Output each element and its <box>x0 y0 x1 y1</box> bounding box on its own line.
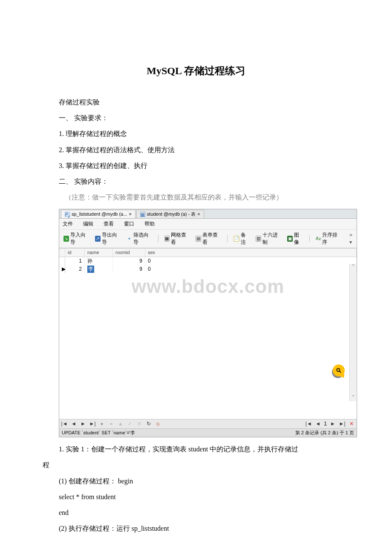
grid-body[interactable]: 1 孙 9 0 ▶ 2 李 9 0 www.bdocx.com <box>59 257 357 419</box>
scroll-track[interactable] <box>350 271 356 394</box>
grid-header: id name roomid sex <box>59 249 357 257</box>
memo-icon: 📄 <box>233 236 239 242</box>
col-roomid[interactable]: roomid <box>113 249 145 257</box>
toolbar-separator <box>309 235 310 242</box>
export-icon: ↗ <box>95 236 101 242</box>
table-icon: ▦ <box>140 212 145 217</box>
svg-point-0 <box>337 368 340 371</box>
first-record-button[interactable]: |◄ <box>61 420 68 428</box>
toolbar: ↘导入向导 ↗导出向导 ▾筛选向导 ▦网格查看 ▤表单查看 📄备注 ▥十六进制 … <box>59 230 357 248</box>
section-heading: 一、 实验要求： <box>43 110 349 125</box>
filter-wizard-button[interactable]: ▾筛选向导 <box>125 231 154 246</box>
last-page-button[interactable]: ►| <box>339 420 346 428</box>
close-icon[interactable]: × <box>129 211 131 217</box>
funnel-icon: ▾ <box>127 236 132 242</box>
last-record-button[interactable]: ►| <box>89 420 96 428</box>
row-indicator-current: ▶ <box>59 265 65 273</box>
close-panel-button[interactable]: ✕ <box>348 420 355 428</box>
col-name[interactable]: name <box>85 249 113 257</box>
next-record-button[interactable]: ► <box>80 420 86 428</box>
apply-button[interactable]: ✓ <box>127 420 133 428</box>
table-row[interactable]: 1 孙 9 0 <box>59 257 357 265</box>
notification-bubble[interactable] <box>333 364 345 376</box>
grid-view-button[interactable]: ▦网格查看 <box>163 231 192 246</box>
edit-record-button[interactable]: ▲ <box>117 420 124 428</box>
tab-label: student @mydb (a) - 表 <box>147 211 196 217</box>
form-view-button[interactable]: ▤表单查看 <box>194 231 223 246</box>
menu-file[interactable]: 文件 <box>63 220 73 228</box>
tab-sp-liststudent[interactable]: P() sp_liststudent @mydb (a... × <box>61 210 135 218</box>
menu-view[interactable]: 查看 <box>104 220 114 228</box>
toolbar-separator <box>227 235 228 242</box>
tab-label: sp_liststudent @mydb (a... <box>72 211 127 217</box>
stop-button[interactable]: ⦸ <box>155 420 161 428</box>
import-wizard-button[interactable]: ↘导入向导 <box>62 231 91 246</box>
step-label: (1) 创建存储过程： begin <box>43 474 349 489</box>
cell-id[interactable]: 2 <box>65 265 85 273</box>
toolbar-separator <box>158 235 159 242</box>
procedure-icon: P() <box>65 212 70 217</box>
memo-button[interactable]: 📄备注 <box>232 231 251 246</box>
first-page-button[interactable]: |◄ <box>305 420 312 428</box>
navicat-window: P() sp_liststudent @mydb (a... × ▦ stude… <box>59 209 357 437</box>
note-text: （注意：做一下实验需要首先建立数据及其相应的表，并输入一些记录） <box>43 190 349 205</box>
experiment-step-cont: 程 <box>43 457 349 472</box>
vertical-scrollbar[interactable]: ˄ ˅ <box>349 264 356 401</box>
status-record-info: 第 2 条记录 (共 2 条) 于 1 页 <box>257 430 354 436</box>
experiment-step: 1. 实验 1：创建一个存储过程，实现查询表 student 中的记录信息，并执… <box>43 442 349 457</box>
prev-record-button[interactable]: ◄ <box>70 420 77 428</box>
hex-icon: ▥ <box>256 236 261 242</box>
row-indicator <box>59 257 65 265</box>
import-icon: ↘ <box>63 236 69 242</box>
tab-bar: P() sp_liststudent @mydb (a... × ▦ stude… <box>59 209 357 219</box>
prev-page-button[interactable]: ◄ <box>314 420 321 428</box>
table-row[interactable]: ▶ 2 李 9 0 <box>59 265 357 273</box>
cell-roomid[interactable]: 9 <box>113 265 145 273</box>
cancel-button[interactable]: ✕ <box>136 420 143 428</box>
delete-record-button[interactable]: － <box>108 420 115 428</box>
selected-cell[interactable]: 李 <box>87 266 94 273</box>
menu-help[interactable]: 帮助 <box>144 220 155 228</box>
svg-line-1 <box>340 371 341 373</box>
add-record-button[interactable]: ＋ <box>98 420 105 428</box>
watermark-text: www.bdocx.com <box>59 273 357 300</box>
sort-asc-button[interactable]: Aᴢ升序排序 <box>314 231 343 246</box>
cell-name[interactable]: 李 <box>85 265 113 273</box>
embedded-screenshot: P() sp_liststudent @mydb (a... × ▦ stude… <box>59 209 357 437</box>
scroll-down-button[interactable]: ˅ <box>350 394 356 401</box>
menu-edit[interactable]: 编辑 <box>83 220 93 228</box>
cell-id[interactable]: 1 <box>65 257 85 265</box>
col-id[interactable]: id <box>65 249 85 257</box>
menu-bar: 文件 编辑 查看 窗口 帮助 <box>59 219 357 230</box>
cell-name[interactable]: 孙 <box>85 257 113 265</box>
cell-sex[interactable]: 0 <box>145 265 357 273</box>
toolbar-overflow-button[interactable]: »▾ <box>348 231 354 246</box>
hex-button[interactable]: ▥十六进制 <box>254 231 283 246</box>
sql-code: select * from student <box>43 489 349 504</box>
export-wizard-button[interactable]: ↗导出向导 <box>93 231 122 246</box>
scroll-up-button[interactable]: ˄ <box>350 264 356 271</box>
cell-roomid[interactable]: 9 <box>113 257 145 265</box>
sort-asc-icon: Aᴢ <box>315 236 321 242</box>
next-page-button[interactable]: ► <box>329 420 336 428</box>
refresh-button[interactable]: ↻ <box>145 420 152 428</box>
form-icon: ▤ <box>196 236 201 242</box>
close-icon[interactable]: × <box>197 211 200 217</box>
image-icon: ▣ <box>287 236 293 242</box>
page-title: MySQL 存储过程练习 <box>43 64 349 78</box>
data-grid: id name roomid sex 1 孙 9 0 ▶ 2 李 9 <box>59 248 357 419</box>
menu-window[interactable]: 窗口 <box>124 220 134 228</box>
section-heading: 二、 实验内容： <box>43 174 349 189</box>
tab-student-table[interactable]: ▦ student @mydb (a) - 表 × <box>136 210 204 218</box>
list-item: 3. 掌握存储过程的创建、执行 <box>43 158 349 173</box>
grid-icon: ▦ <box>164 236 170 242</box>
record-navigator: |◄ ◄ ► ►| ＋ － ▲ ✓ ✕ ↻ ⦸ |◄ ◄ 1 ► ►| ✕ <box>59 419 357 428</box>
status-sql: UPDATE `student` SET `name`='李 <box>62 430 257 436</box>
col-sex[interactable]: sex <box>145 249 357 257</box>
sql-code: end <box>43 505 349 520</box>
list-item: 2. 掌握存储过程的语法格式、使用方法 <box>43 142 349 157</box>
image-button[interactable]: ▣图像 <box>285 231 305 246</box>
intro-text: 存储过程实验 <box>43 95 349 110</box>
cell-sex[interactable]: 0 <box>145 257 357 265</box>
magnifier-icon <box>336 367 342 373</box>
